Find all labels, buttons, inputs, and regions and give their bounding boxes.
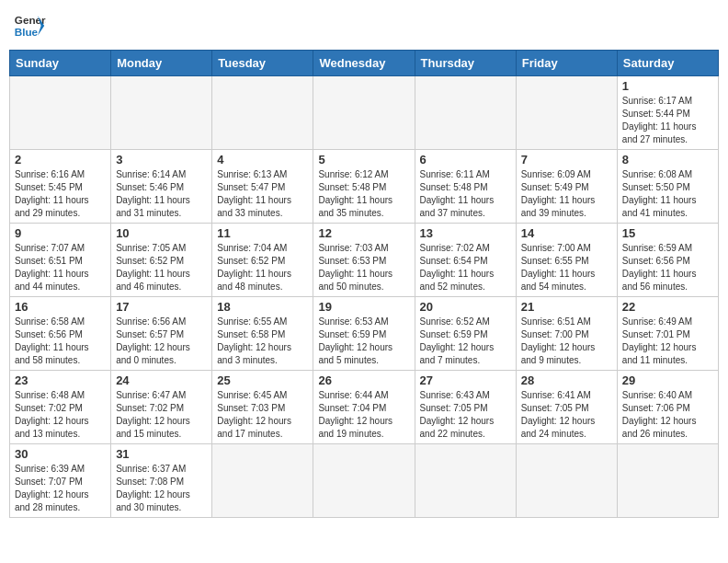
calendar-day-cell: 6Sunrise: 6:11 AM Sunset: 5:48 PM Daylig… xyxy=(415,150,516,224)
day-info: Sunrise: 6:59 AM Sunset: 6:56 PM Dayligh… xyxy=(622,242,713,293)
calendar-day-cell: 2Sunrise: 6:16 AM Sunset: 5:45 PM Daylig… xyxy=(10,150,111,224)
calendar-day-cell: 16Sunrise: 6:58 AM Sunset: 6:56 PM Dayli… xyxy=(10,297,111,371)
day-number: 16 xyxy=(15,300,106,314)
calendar-body: 1Sunrise: 6:17 AM Sunset: 5:44 PM Daylig… xyxy=(10,76,719,518)
day-info: Sunrise: 6:14 AM Sunset: 5:46 PM Dayligh… xyxy=(116,168,207,220)
logo-icon: General Blue xyxy=(13,9,46,42)
calendar-day-cell: 22Sunrise: 6:49 AM Sunset: 7:01 PM Dayli… xyxy=(617,297,718,371)
calendar-day-cell xyxy=(415,76,516,150)
day-info: Sunrise: 6:44 AM Sunset: 7:04 PM Dayligh… xyxy=(318,389,409,441)
calendar-day-cell: 25Sunrise: 6:45 AM Sunset: 7:03 PM Dayli… xyxy=(212,371,313,444)
day-number: 21 xyxy=(521,300,612,314)
day-info: Sunrise: 6:45 AM Sunset: 7:03 PM Dayligh… xyxy=(217,389,308,441)
calendar-day-cell: 5Sunrise: 6:12 AM Sunset: 5:48 PM Daylig… xyxy=(313,150,415,224)
calendar-table: SundayMondayTuesdayWednesdayThursdayFrid… xyxy=(9,50,719,518)
calendar-week-row: 30Sunrise: 6:39 AM Sunset: 7:07 PM Dayli… xyxy=(10,444,719,518)
calendar-day-cell: 14Sunrise: 7:00 AM Sunset: 6:55 PM Dayli… xyxy=(516,224,617,297)
day-number: 20 xyxy=(420,300,511,314)
day-info: Sunrise: 7:07 AM Sunset: 6:51 PM Dayligh… xyxy=(15,242,106,293)
calendar-day-cell xyxy=(617,444,718,518)
calendar-week-row: 2Sunrise: 6:16 AM Sunset: 5:45 PM Daylig… xyxy=(10,150,719,224)
day-info: Sunrise: 6:47 AM Sunset: 7:02 PM Dayligh… xyxy=(116,389,207,441)
day-number: 6 xyxy=(420,153,511,167)
day-of-week-header: Friday xyxy=(516,51,617,76)
calendar-day-cell xyxy=(415,444,516,518)
day-info: Sunrise: 6:56 AM Sunset: 6:57 PM Dayligh… xyxy=(116,316,207,367)
day-info: Sunrise: 6:39 AM Sunset: 7:07 PM Dayligh… xyxy=(15,463,106,514)
day-info: Sunrise: 6:52 AM Sunset: 6:59 PM Dayligh… xyxy=(420,316,511,367)
day-number: 5 xyxy=(318,153,409,167)
calendar-day-cell: 15Sunrise: 6:59 AM Sunset: 6:56 PM Dayli… xyxy=(617,224,718,297)
day-info: Sunrise: 6:37 AM Sunset: 7:08 PM Dayligh… xyxy=(116,463,207,514)
calendar-day-cell: 30Sunrise: 6:39 AM Sunset: 7:07 PM Dayli… xyxy=(10,444,111,518)
day-number: 1 xyxy=(622,79,713,93)
calendar-day-cell: 20Sunrise: 6:52 AM Sunset: 6:59 PM Dayli… xyxy=(415,297,516,371)
calendar-day-cell: 26Sunrise: 6:44 AM Sunset: 7:04 PM Dayli… xyxy=(313,371,415,444)
day-of-week-header: Saturday xyxy=(617,51,718,76)
calendar-day-cell xyxy=(516,444,617,518)
day-number: 3 xyxy=(116,153,207,167)
day-info: Sunrise: 7:02 AM Sunset: 6:54 PM Dayligh… xyxy=(420,242,511,293)
day-number: 19 xyxy=(318,300,409,314)
calendar-day-cell: 3Sunrise: 6:14 AM Sunset: 5:46 PM Daylig… xyxy=(111,150,212,224)
day-number: 26 xyxy=(318,373,409,387)
day-info: Sunrise: 6:49 AM Sunset: 7:01 PM Dayligh… xyxy=(622,316,713,367)
calendar-day-cell: 11Sunrise: 7:04 AM Sunset: 6:52 PM Dayli… xyxy=(212,224,313,297)
calendar-header: SundayMondayTuesdayWednesdayThursdayFrid… xyxy=(10,51,719,76)
calendar-day-cell: 28Sunrise: 6:41 AM Sunset: 7:05 PM Dayli… xyxy=(516,371,617,444)
calendar-day-cell xyxy=(313,76,415,150)
calendar-day-cell: 8Sunrise: 6:08 AM Sunset: 5:50 PM Daylig… xyxy=(617,150,718,224)
day-number: 27 xyxy=(420,373,511,387)
day-info: Sunrise: 6:12 AM Sunset: 5:48 PM Dayligh… xyxy=(318,168,409,220)
calendar-day-cell: 18Sunrise: 6:55 AM Sunset: 6:58 PM Dayli… xyxy=(212,297,313,371)
day-number: 18 xyxy=(217,300,308,314)
day-number: 10 xyxy=(116,226,207,240)
calendar-day-cell: 29Sunrise: 6:40 AM Sunset: 7:06 PM Dayli… xyxy=(617,371,718,444)
day-info: Sunrise: 6:43 AM Sunset: 7:05 PM Dayligh… xyxy=(420,389,511,441)
day-info: Sunrise: 6:17 AM Sunset: 5:44 PM Dayligh… xyxy=(622,95,713,146)
day-info: Sunrise: 6:51 AM Sunset: 7:00 PM Dayligh… xyxy=(521,316,612,367)
calendar-day-cell xyxy=(212,444,313,518)
calendar-week-row: 23Sunrise: 6:48 AM Sunset: 7:02 PM Dayli… xyxy=(10,371,719,444)
calendar-day-cell xyxy=(111,76,212,150)
calendar-week-row: 16Sunrise: 6:58 AM Sunset: 6:56 PM Dayli… xyxy=(10,297,719,371)
calendar-day-cell: 27Sunrise: 6:43 AM Sunset: 7:05 PM Dayli… xyxy=(415,371,516,444)
calendar-day-cell: 19Sunrise: 6:53 AM Sunset: 6:59 PM Dayli… xyxy=(313,297,415,371)
day-number: 9 xyxy=(15,226,106,240)
day-number: 17 xyxy=(116,300,207,314)
day-info: Sunrise: 7:05 AM Sunset: 6:52 PM Dayligh… xyxy=(116,242,207,293)
day-info: Sunrise: 6:13 AM Sunset: 5:47 PM Dayligh… xyxy=(217,168,308,220)
calendar-day-cell: 9Sunrise: 7:07 AM Sunset: 6:51 PM Daylig… xyxy=(10,224,111,297)
day-of-week-header: Thursday xyxy=(415,51,516,76)
day-info: Sunrise: 7:04 AM Sunset: 6:52 PM Dayligh… xyxy=(217,242,308,293)
day-info: Sunrise: 6:58 AM Sunset: 6:56 PM Dayligh… xyxy=(15,316,106,367)
day-number: 2 xyxy=(15,153,106,167)
day-info: Sunrise: 6:11 AM Sunset: 5:48 PM Dayligh… xyxy=(420,168,511,220)
day-number: 4 xyxy=(217,153,308,167)
page-header: General Blue xyxy=(9,9,719,42)
calendar-week-row: 9Sunrise: 7:07 AM Sunset: 6:51 PM Daylig… xyxy=(10,224,719,297)
calendar-day-cell: 10Sunrise: 7:05 AM Sunset: 6:52 PM Dayli… xyxy=(111,224,212,297)
day-number: 7 xyxy=(521,153,612,167)
svg-text:Blue: Blue xyxy=(15,26,39,38)
day-number: 30 xyxy=(15,447,106,461)
day-number: 25 xyxy=(217,373,308,387)
calendar-day-cell xyxy=(10,76,111,150)
day-number: 28 xyxy=(521,373,612,387)
day-number: 12 xyxy=(318,226,409,240)
day-info: Sunrise: 6:55 AM Sunset: 6:58 PM Dayligh… xyxy=(217,316,308,367)
day-of-week-header: Wednesday xyxy=(313,51,415,76)
calendar-day-cell: 24Sunrise: 6:47 AM Sunset: 7:02 PM Dayli… xyxy=(111,371,212,444)
day-number: 22 xyxy=(622,300,713,314)
day-info: Sunrise: 6:53 AM Sunset: 6:59 PM Dayligh… xyxy=(318,316,409,367)
calendar-day-cell: 12Sunrise: 7:03 AM Sunset: 6:53 PM Dayli… xyxy=(313,224,415,297)
day-number: 14 xyxy=(521,226,612,240)
day-number: 23 xyxy=(15,373,106,387)
calendar-day-cell: 23Sunrise: 6:48 AM Sunset: 7:02 PM Dayli… xyxy=(10,371,111,444)
logo: General Blue xyxy=(13,9,46,42)
day-number: 29 xyxy=(622,373,713,387)
calendar-day-cell xyxy=(313,444,415,518)
day-number: 13 xyxy=(420,226,511,240)
days-of-week-row: SundayMondayTuesdayWednesdayThursdayFrid… xyxy=(10,51,719,76)
calendar-day-cell: 17Sunrise: 6:56 AM Sunset: 6:57 PM Dayli… xyxy=(111,297,212,371)
